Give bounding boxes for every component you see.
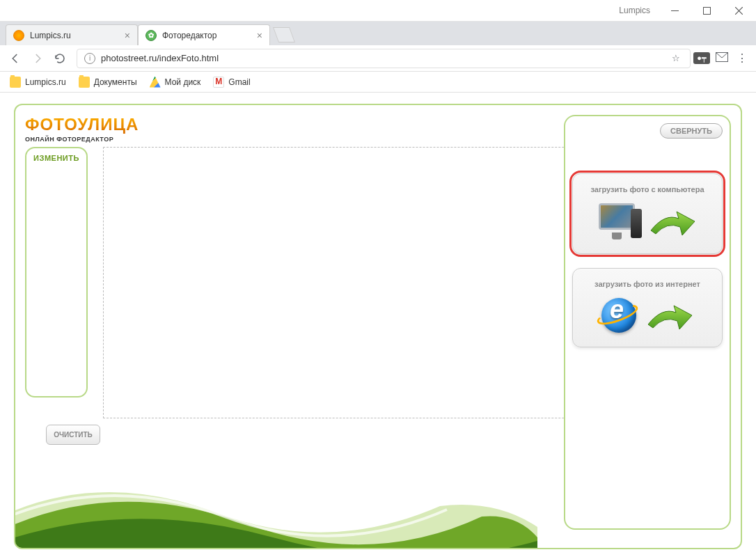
tab-label: Фоторедактор xyxy=(162,31,216,40)
favicon-photoeditor-icon: ✿ xyxy=(145,30,157,41)
new-tab-button[interactable] xyxy=(273,27,295,42)
bookmark-gmail[interactable]: Gmail xyxy=(213,77,250,88)
tab-label: Lumpics.ru xyxy=(30,31,71,40)
bookmark-drive[interactable]: Мой диск xyxy=(150,77,201,88)
page-content: ФОТОУЛИЦА ОНЛАЙН ФОТОРЕДАКТОР ИЗМЕНИТЬ О… xyxy=(0,93,756,559)
maximize-button[interactable] xyxy=(691,0,723,21)
edit-label[interactable]: ИЗМЕНИТЬ xyxy=(31,154,82,162)
drive-icon xyxy=(150,77,161,88)
folder-icon xyxy=(79,77,90,88)
menu-icon[interactable]: ⋮ xyxy=(734,52,750,65)
arrow-right-icon xyxy=(647,206,696,239)
svg-rect-0 xyxy=(703,7,710,14)
bookmark-label: Мой диск xyxy=(165,77,201,87)
bookmark-lumpics[interactable]: Lumpics.ru xyxy=(10,77,66,88)
bookmark-documents[interactable]: Документы xyxy=(79,77,137,88)
tab-strip: Lumpics.ru × ✿ Фоторедактор × xyxy=(0,22,756,45)
upload-pc-visual xyxy=(581,203,714,242)
mail-icon[interactable] xyxy=(713,52,731,65)
tab-photoeditor[interactable]: ✿ Фоторедактор × xyxy=(138,24,270,45)
upload-from-internet-card[interactable]: загрузить фото из интернет xyxy=(572,268,723,347)
collapse-button[interactable]: СВЕРНУТЬ xyxy=(660,123,723,139)
bookmark-label: Gmail xyxy=(228,77,250,87)
right-panel: СВЕРНУТЬ загрузить фото с компьютера xyxy=(564,115,731,530)
address-bar: i photostreet.ru/indexFoto.html ☆ ●┯ ⋮ xyxy=(0,45,756,72)
tab-lumpics[interactable]: Lumpics.ru × xyxy=(6,24,138,45)
site-info-icon[interactable]: i xyxy=(84,53,95,64)
favicon-lumpics-icon xyxy=(13,30,24,41)
browser-icon xyxy=(601,298,639,336)
gmail-icon xyxy=(213,77,224,88)
tab-close-icon[interactable]: × xyxy=(125,30,130,41)
arrow-right-icon xyxy=(645,300,693,333)
app-frame: ФОТОУЛИЦА ОНЛАЙН ФОТОРЕДАКТОР ИЗМЕНИТЬ О… xyxy=(14,104,742,549)
reload-button[interactable] xyxy=(50,49,70,68)
edit-panel: ИЗМЕНИТЬ xyxy=(25,147,88,397)
tab-close-icon[interactable]: × xyxy=(257,30,262,41)
forward-button xyxy=(28,49,47,68)
url-text: photostreet.ru/indexFoto.html xyxy=(101,53,663,63)
window-titlebar: Lumpics xyxy=(0,0,756,22)
upload-pc-label: загрузить фото с компьютера xyxy=(581,185,714,194)
minimize-button[interactable] xyxy=(659,0,691,21)
upload-net-label: загрузить фото из интернет xyxy=(581,280,714,288)
bookmark-label: Lumpics.ru xyxy=(25,77,66,87)
upload-net-visual xyxy=(581,298,714,336)
bookmarks-bar: Lumpics.ru Документы Мой диск Gmail xyxy=(0,72,756,93)
window-title: Lumpics xyxy=(619,6,650,15)
star-icon[interactable]: ☆ xyxy=(669,53,683,63)
upload-from-computer-card[interactable]: загрузить фото с компьютера xyxy=(572,173,723,254)
back-button[interactable] xyxy=(6,49,25,68)
clear-button[interactable]: ОЧИСТИТЬ xyxy=(46,425,100,445)
folder-icon xyxy=(10,77,21,88)
left-column: ИЗМЕНИТЬ xyxy=(25,147,88,537)
computer-icon xyxy=(599,203,642,242)
url-input[interactable]: i photostreet.ru/indexFoto.html ☆ xyxy=(77,49,691,68)
close-button[interactable] xyxy=(723,0,755,21)
key-icon[interactable]: ●┯ xyxy=(693,52,710,64)
bookmark-label: Документы xyxy=(94,77,137,87)
